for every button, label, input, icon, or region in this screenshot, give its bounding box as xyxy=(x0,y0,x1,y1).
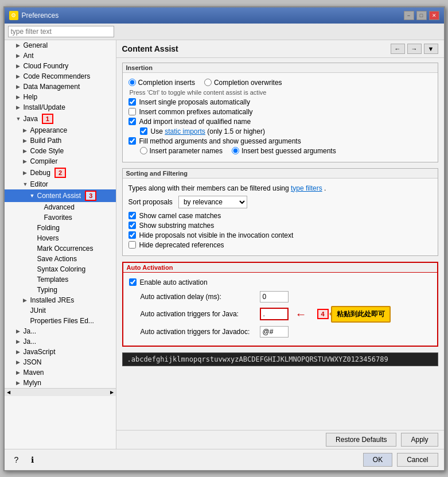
sidebar-item-json[interactable]: ▶ JSON xyxy=(5,357,116,367)
sidebar-item-label: Advanced xyxy=(44,203,75,211)
hide-not-visible-row: Hide proposals not visible in the invoca… xyxy=(128,231,432,239)
java-triggers-label: Auto activation triggers for Java: xyxy=(141,310,255,318)
cancel-button[interactable]: Cancel xyxy=(397,453,438,467)
sidebar-item-label: Editor xyxy=(30,180,48,188)
sidebar-item-advanced[interactable]: Advanced xyxy=(5,202,116,212)
insertion-legend: Insertion xyxy=(123,63,438,73)
ok-button[interactable]: OK xyxy=(363,453,392,467)
sidebar-item-label: Mylyn xyxy=(24,379,41,387)
best-guessed-radio[interactable] xyxy=(232,147,239,154)
info-icon-button[interactable]: ℹ xyxy=(26,453,39,466)
sidebar-item-favorites[interactable]: Favorites xyxy=(5,212,116,223)
maximize-button[interactable]: □ xyxy=(416,11,427,20)
sidebar-item-build-path[interactable]: ▶ Build Path xyxy=(5,135,116,146)
use-static-checkbox[interactable] xyxy=(140,127,147,135)
enable-auto-activation-checkbox[interactable] xyxy=(129,278,137,286)
sidebar-item-templates[interactable]: Templates xyxy=(5,274,116,285)
completion-overwrites-label[interactable]: Completion overwrites xyxy=(204,79,282,87)
expand-arrow: ▶ xyxy=(23,148,29,154)
javadoc-triggers-row: Auto activation triggers for Javadoc: xyxy=(129,326,431,338)
completion-overwrites-radio[interactable] xyxy=(204,79,212,86)
sidebar-item-syntax-coloring[interactable]: Syntax Coloring xyxy=(5,264,116,274)
sidebar-item-ant[interactable]: ▶ Ant xyxy=(5,51,116,61)
sidebar-item-compiler[interactable]: ▶ Compiler xyxy=(5,156,116,166)
annotation-bubble: 粘贴到此处即可 xyxy=(331,306,391,323)
camel-case-checkbox[interactable] xyxy=(128,212,136,219)
expand-arrow: ▶ xyxy=(16,42,22,48)
sidebar-item-code-style[interactable]: ▶ Code Style xyxy=(5,146,116,156)
add-import-label: Add import instead of qualified name xyxy=(139,118,251,126)
sidebar-item-properties-files[interactable]: Properties Files Ed... xyxy=(5,316,116,326)
auto-activation-legend: Auto Activation xyxy=(123,263,437,273)
substring-row: Show substring matches xyxy=(128,222,432,230)
hide-deprecated-checkbox[interactable] xyxy=(128,241,136,249)
java-triggers-row: Auto activation triggers for Java: ← 4 粘… xyxy=(129,306,431,323)
java-triggers-input[interactable] xyxy=(260,308,289,320)
completion-inserts-radio[interactable] xyxy=(128,79,136,86)
sidebar-item-appearance[interactable]: ▶ Appearance xyxy=(5,125,116,135)
sidebar-item-content-assist[interactable]: ▼ Content Assist 3 xyxy=(5,189,116,202)
enable-auto-activation-label: Enable auto activation xyxy=(140,278,208,286)
search-input[interactable] xyxy=(8,26,114,37)
sidebar-item-mark-occurrences[interactable]: Mark Occurrences xyxy=(5,243,116,254)
camel-case-row: Show camel case matches xyxy=(128,212,432,220)
delay-input[interactable] xyxy=(260,291,289,303)
apply-button[interactable]: Apply xyxy=(401,433,438,447)
sidebar-item-help[interactable]: ▶ Help xyxy=(5,92,116,102)
sidebar-item-jax-ws2[interactable]: ▶ Ja... xyxy=(5,336,116,347)
sidebar-item-folding[interactable]: Folding xyxy=(5,223,116,233)
restore-defaults-button[interactable]: Restore Defaults xyxy=(326,433,396,447)
annotation-1: 1 xyxy=(42,114,53,124)
minimize-button[interactable]: − xyxy=(404,11,414,20)
right-panel: Content Assist ← → ▼ Insertion xyxy=(116,40,444,449)
sidebar-item-editor[interactable]: ▼ Editor xyxy=(5,179,116,189)
nav-menu-button[interactable]: ▼ xyxy=(424,44,438,54)
sidebar-item-jax-ws[interactable]: ▶ Ja... xyxy=(5,326,116,336)
sidebar-item-installed-jres[interactable]: ▶ Installed JREs xyxy=(5,295,116,305)
sidebar-item-general[interactable]: ▶ General xyxy=(5,40,116,51)
sidebar-item-hovers[interactable]: Hovers xyxy=(5,233,116,243)
hide-not-visible-checkbox[interactable] xyxy=(128,231,136,239)
sidebar-item-debug[interactable]: ▶ Debug 2 xyxy=(5,166,116,179)
help-icon-button[interactable]: ? xyxy=(10,453,23,466)
sidebar-item-java[interactable]: ▼ Java 1 xyxy=(5,113,116,125)
common-prefixes-checkbox[interactable] xyxy=(128,108,136,115)
scroll-left-arrow[interactable]: ◀ xyxy=(7,390,10,395)
best-guessed-label[interactable]: Insert best guessed arguments xyxy=(232,147,336,155)
sort-proposals-select[interactable]: by relevance xyxy=(178,196,247,208)
close-button[interactable]: ✕ xyxy=(429,11,439,20)
substring-checkbox[interactable] xyxy=(128,222,136,229)
arrow-indicator: ← xyxy=(295,308,307,321)
nav-forward-button[interactable]: → xyxy=(407,44,422,54)
add-import-checkbox[interactable] xyxy=(128,118,136,125)
param-names-label[interactable]: Insert parameter names xyxy=(140,147,223,155)
sidebar-item-save-actions[interactable]: Save Actions xyxy=(5,254,116,264)
sorting-section: Sorting and Filtering Types along with t… xyxy=(122,168,438,256)
sidebar-item-label: Hovers xyxy=(37,234,59,242)
sidebar-item-label: Debug xyxy=(30,169,50,177)
sidebar-item-cloud-foundry[interactable]: ▶ Cloud Foundry xyxy=(5,61,116,71)
sidebar-item-label: JUnit xyxy=(30,307,46,315)
completion-inserts-label[interactable]: Completion inserts xyxy=(128,79,195,87)
param-names-radio[interactable] xyxy=(140,147,147,154)
type-filters-link[interactable]: type filters xyxy=(291,184,322,192)
sidebar-item-data-management[interactable]: ▶ Data Management xyxy=(5,82,116,92)
panel-title: Content Assist xyxy=(122,44,178,53)
sidebar-item-maven[interactable]: ▶ Maven xyxy=(5,367,116,378)
sidebar-item-code-recommenders[interactable]: ▶ Code Recommenders xyxy=(5,71,116,82)
sidebar-item-javascript[interactable]: ▶ JavaScript xyxy=(5,347,116,357)
nav-back-button[interactable]: ← xyxy=(391,44,405,54)
sidebar-item-install-update[interactable]: ▶ Install/Update xyxy=(5,102,116,113)
single-proposals-checkbox[interactable] xyxy=(128,98,136,106)
sidebar-item-mylyn[interactable]: ▶ Mylyn xyxy=(5,378,116,388)
sidebar-item-typing[interactable]: Typing xyxy=(5,285,116,295)
scroll-right-arrow[interactable]: ▶ xyxy=(110,390,114,395)
fill-method-checkbox[interactable] xyxy=(128,137,136,145)
fill-method-row: Fill method arguments and show guessed a… xyxy=(128,137,432,145)
sidebar-scrollbar[interactable]: ◀ ▶ xyxy=(5,388,116,396)
auto-activation-body: Enable auto activation Auto activation d… xyxy=(123,276,437,346)
insertion-section: Insertion Completion inserts Completion … xyxy=(122,63,438,162)
sidebar-item-junit[interactable]: JUnit xyxy=(5,305,116,316)
static-imports-link[interactable]: static imports xyxy=(165,127,205,135)
javadoc-triggers-input[interactable] xyxy=(260,326,289,338)
